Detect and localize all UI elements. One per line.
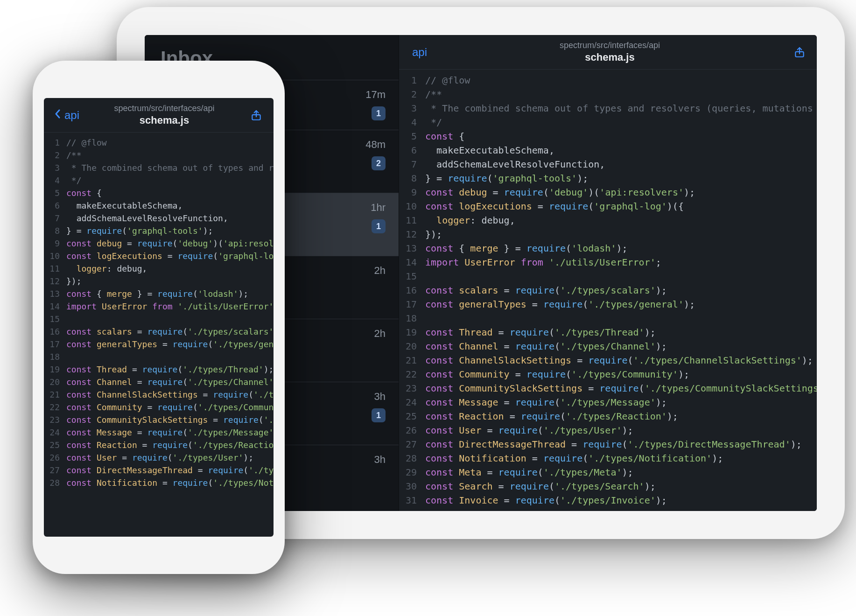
line-number: 10 — [44, 250, 66, 262]
line-source: import UserError from './utils/UserError… — [66, 300, 274, 313]
line-number: 26 — [44, 451, 66, 464]
line-source: const { — [425, 129, 817, 143]
share-button[interactable] — [793, 45, 807, 59]
line-number: 11 — [399, 213, 425, 227]
line-source: }); — [66, 275, 274, 287]
line-source: const Community = require('./types/Commu… — [66, 401, 274, 413]
unread-badge: 2 — [372, 156, 386, 170]
line-source: const Meta = require('./types/Meta'); — [425, 465, 817, 479]
line-source: const { — [66, 187, 274, 199]
line-source: const Invoice = require('./types/Invoice… — [425, 493, 817, 507]
line-number: 6 — [44, 199, 66, 212]
line-source: const DirectMessageThread = require('./t… — [425, 437, 817, 451]
code-line: 8} = require('graphql-tools'); — [44, 224, 274, 237]
line-number: 3 — [44, 161, 66, 174]
line-source: const CommunitySlackSettings = require('… — [66, 413, 274, 426]
line-source — [425, 311, 817, 325]
code-line: 23const CommunitySlackSettings = require… — [399, 381, 817, 395]
line-source: const generalTypes = require('./types/ge… — [425, 297, 817, 311]
line-number: 17 — [399, 297, 425, 311]
code-line: 28const Notification = require('./types/… — [399, 451, 817, 465]
code-line: 6 makeExecutableSchema, — [399, 143, 817, 157]
line-source: const Channel = require('./types/Channel… — [66, 376, 274, 388]
code-line: 17const generalTypes = require('./types/… — [44, 338, 274, 350]
line-number: 6 — [399, 143, 425, 157]
line-number: 15 — [44, 313, 66, 325]
line-number: 2 — [44, 149, 66, 161]
code-line: 15 — [44, 313, 274, 325]
file-path: spectrum/src/interfaces/api — [427, 41, 793, 50]
line-number: 18 — [44, 350, 66, 363]
code-line: 11 logger: debug, — [399, 213, 817, 227]
line-number: 7 — [44, 212, 66, 224]
code-line: 18 — [44, 350, 274, 363]
code-view[interactable]: 1// @flow2/**3 * The combined schema out… — [44, 133, 274, 537]
back-label: api — [64, 109, 79, 122]
line-source: import UserError from './utils/UserError… — [425, 255, 817, 269]
line-source: } = require('graphql-tools'); — [425, 171, 817, 185]
code-line: 19const Thread = require('./types/Thread… — [399, 325, 817, 339]
line-number: 8 — [399, 171, 425, 185]
line-number: 18 — [399, 311, 425, 325]
code-line: 8} = require('graphql-tools'); — [399, 171, 817, 185]
line-source: // @flow — [425, 73, 817, 87]
line-source: const Community = require('./types/Commu… — [425, 367, 817, 381]
code-line: 13const { merge } = require('lodash'); — [44, 287, 274, 300]
line-source: const { merge } = require('lodash'); — [425, 241, 817, 255]
back-button[interactable]: api — [409, 46, 427, 59]
line-source — [425, 269, 817, 283]
code-line: 10const logExecutions = require('graphql… — [399, 199, 817, 213]
line-number: 29 — [399, 465, 425, 479]
code-line: 9const debug = require('debug')('api:res… — [44, 237, 274, 250]
code-view[interactable]: 1// @flow2/**3 * The combined schema out… — [399, 70, 817, 511]
line-number: 19 — [44, 363, 66, 376]
line-number: 23 — [44, 413, 66, 426]
line-number: 25 — [44, 439, 66, 451]
editor-header: api spectrum/src/interfaces/api schema.j… — [399, 35, 817, 70]
code-line: 11 logger: debug, — [44, 262, 274, 275]
line-number: 21 — [44, 388, 66, 401]
code-line: 27const DirectMessageThread = require('.… — [399, 437, 817, 451]
line-source: const Message = require('./types/Message… — [66, 426, 274, 439]
code-line: 5const { — [44, 187, 274, 199]
unread-badge: 1 — [372, 408, 386, 422]
inbox-item-time: 2h — [374, 328, 386, 340]
line-number: 20 — [399, 339, 425, 353]
line-number: 31 — [399, 493, 425, 507]
line-source: const generalTypes = require('./types/ge… — [66, 338, 274, 350]
line-number: 22 — [44, 401, 66, 413]
line-source: const Channel = require('./types/Channel… — [425, 339, 817, 353]
file-name: schema.js — [427, 51, 793, 63]
share-button[interactable] — [249, 108, 263, 122]
inbox-item-time: 17m — [365, 89, 386, 101]
phone-device: api spectrum/src/interfaces/api schema.j… — [33, 61, 285, 574]
line-source: const Notification = require('./types/No… — [66, 476, 274, 489]
line-source: const CommunitySlackSettings = require('… — [425, 381, 817, 395]
line-source: const Notification = require('./types/No… — [425, 451, 817, 465]
line-source: const logExecutions = require('graphql-l… — [425, 199, 817, 213]
code-line: 14import UserError from './utils/UserErr… — [399, 255, 817, 269]
line-number: 26 — [399, 423, 425, 437]
code-line: 23const CommunitySlackSettings = require… — [44, 413, 274, 426]
line-source: const debug = require('debug')('api:reso… — [66, 237, 274, 250]
line-source — [66, 313, 274, 325]
inbox-item-time: 3h — [374, 454, 386, 466]
line-source: const scalars = require('./types/scalars… — [425, 283, 817, 297]
line-number: 4 — [399, 115, 425, 129]
line-number: 13 — [399, 241, 425, 255]
code-line: 27const DirectMessageThread = require('.… — [44, 464, 274, 476]
code-line: 20const Channel = require('./types/Chann… — [44, 376, 274, 388]
code-line: 13const { merge } = require('lodash'); — [399, 241, 817, 255]
line-source — [66, 350, 274, 363]
line-source: makeExecutableSchema, — [66, 199, 274, 212]
code-line: 1// @flow — [44, 136, 274, 149]
code-line: 10const logExecutions = require('graphql… — [44, 250, 274, 262]
share-icon — [250, 109, 262, 121]
line-source: * The combined schema out of types and r… — [425, 101, 817, 115]
code-line: 24const Message = require('./types/Messa… — [399, 395, 817, 409]
line-number: 9 — [399, 185, 425, 199]
code-line: 18 — [399, 311, 817, 325]
inbox-item-time: 48m — [365, 139, 386, 151]
back-button[interactable]: api — [54, 108, 79, 122]
code-line: 7 addSchemaLevelResolveFunction, — [399, 157, 817, 171]
